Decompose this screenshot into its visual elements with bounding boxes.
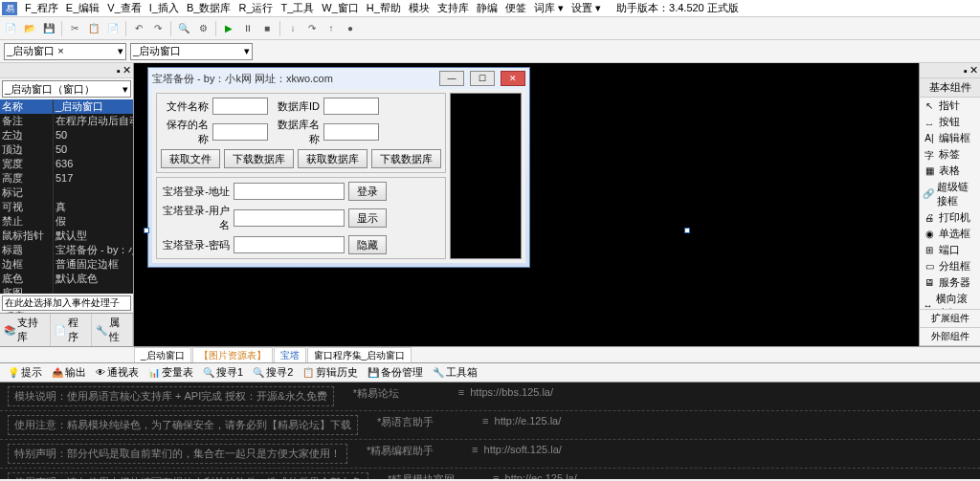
menu-item[interactable]: 模块 xyxy=(405,1,434,15)
component-item[interactable]: 字标签 xyxy=(920,146,980,163)
component-item[interactable]: ↖指针 xyxy=(920,98,980,114)
info-tab[interactable]: 💾备份管理 xyxy=(364,364,427,381)
object-combo-1[interactable]: _启动窗口 ×▾ xyxy=(4,43,126,60)
tab-properties[interactable]: 🔧属性 xyxy=(92,314,133,346)
input-savename[interactable] xyxy=(212,123,268,141)
panel-close-icon[interactable]: ✕ xyxy=(969,64,978,77)
info-tab[interactable]: 📋剪辑历史 xyxy=(299,364,362,381)
menu-item[interactable]: B_数据库 xyxy=(183,1,234,15)
menu-item[interactable]: F_程序 xyxy=(21,1,62,15)
panel-btn[interactable]: ▪ xyxy=(117,65,121,77)
design-window[interactable]: 宝塔备份 - by：小k网 网址：xkwo.com — ☐ ✕ 文件名称 数据库… xyxy=(147,67,530,268)
menu-item[interactable]: H_帮助 xyxy=(363,1,405,15)
event-selector[interactable]: 在此处选择加入事件处理子程序 xyxy=(2,295,131,311)
property-row[interactable]: 左边50 xyxy=(0,128,133,142)
property-row[interactable]: 名称_启动窗口 xyxy=(0,99,133,114)
save-icon[interactable]: 💾 xyxy=(40,20,57,37)
menu-item[interactable]: 支持库 xyxy=(434,1,473,15)
property-row[interactable]: 禁止假 xyxy=(0,214,133,229)
redo-icon[interactable]: ↷ xyxy=(149,20,167,37)
input-user[interactable] xyxy=(234,209,345,227)
maximize-button[interactable]: ☐ xyxy=(470,71,495,86)
input-dbid[interactable] xyxy=(323,98,379,115)
paste-icon[interactable]: 📄 xyxy=(104,20,122,37)
tab-startup-window[interactable]: _启动窗口 xyxy=(134,347,191,362)
stop-icon[interactable]: ■ xyxy=(258,20,276,37)
step-out-icon[interactable]: ↑ xyxy=(323,20,340,37)
component-item[interactable]: A|编辑框 xyxy=(920,130,980,146)
info-tab[interactable]: 🔍搜寻1 xyxy=(199,364,247,381)
pause-icon[interactable]: ⏸ xyxy=(239,20,256,37)
resize-handle[interactable] xyxy=(144,228,149,233)
new-icon[interactable]: 📄 xyxy=(2,20,19,37)
panel-btn[interactable]: ▪ xyxy=(964,65,968,77)
input-filename[interactable] xyxy=(212,98,268,115)
menu-item[interactable]: 设置 ▾ xyxy=(568,1,605,15)
menu-item[interactable]: W_窗口 xyxy=(318,1,363,15)
property-row[interactable]: 标记 xyxy=(0,186,133,200)
minimize-button[interactable]: — xyxy=(439,71,464,86)
open-icon[interactable]: 📂 xyxy=(21,20,38,37)
property-row[interactable]: 标题宝塔备份 - by：小 xyxy=(0,243,133,257)
tab-external[interactable]: 外部组件 xyxy=(920,328,980,346)
property-list[interactable]: 名称_启动窗口备注在程序启动后自动左边50顶边50宽度636高度517标记可视真… xyxy=(0,99,133,294)
property-row[interactable]: 宽度636 xyxy=(0,157,133,171)
component-item[interactable]: ▦表格 xyxy=(920,163,980,179)
tab-baota[interactable]: 宝塔 xyxy=(274,347,306,362)
close-button[interactable]: ✕ xyxy=(501,71,525,86)
tab-support-lib[interactable]: 📚支持库 xyxy=(0,314,51,346)
component-item[interactable]: ▭分组框 xyxy=(920,258,980,274)
btn-getdb[interactable]: 获取数据库 xyxy=(298,149,368,168)
menu-item[interactable]: R_运行 xyxy=(234,1,277,15)
component-item[interactable]: 🖥服务器 xyxy=(920,274,980,291)
info-tab[interactable]: 📤输出 xyxy=(48,364,90,381)
menu-item[interactable]: 静编 xyxy=(473,1,501,15)
menu-item[interactable]: 词库 ▾ xyxy=(530,1,568,15)
design-canvas[interactable]: 宝塔备份 - by：小k网 网址：xkwo.com — ☐ ✕ 文件名称 数据库… xyxy=(134,63,919,346)
menu-item[interactable]: E_编辑 xyxy=(62,1,103,15)
breakpoint-icon[interactable]: ● xyxy=(342,20,359,37)
btn-login[interactable]: 登录 xyxy=(348,182,387,201)
component-item[interactable]: 🔗超级链接框 xyxy=(920,179,980,209)
input-dbname[interactable] xyxy=(323,123,379,141)
tab-extended[interactable]: 扩展组件 xyxy=(920,310,980,328)
btn-getfile[interactable]: 获取文件 xyxy=(161,149,220,168)
run-icon[interactable]: ▶ xyxy=(220,20,237,37)
tab-program[interactable]: 📄程序 xyxy=(51,314,92,346)
property-row[interactable]: 顶边50 xyxy=(0,142,133,157)
property-row[interactable]: 备注在程序启动后自动 xyxy=(0,114,133,128)
menu-item[interactable]: I_插入 xyxy=(145,1,183,15)
property-row[interactable]: 底色默认底色 xyxy=(0,272,133,286)
undo-icon[interactable]: ↶ xyxy=(130,20,147,37)
tab-image-resources[interactable]: 【图片资源表】 xyxy=(192,347,273,362)
component-item[interactable]: ↔横向滚动条 xyxy=(920,291,980,309)
cut-icon[interactable]: ✂ xyxy=(66,20,83,37)
resize-handle[interactable] xyxy=(684,228,690,233)
btn-show[interactable]: 显示 xyxy=(348,208,387,228)
property-row[interactable]: 可视真 xyxy=(0,200,133,214)
property-row[interactable]: 高度517 xyxy=(0,171,133,186)
btn-hide[interactable]: 隐藏 xyxy=(348,235,387,254)
info-tab[interactable]: 📊变量表 xyxy=(145,364,197,381)
find-icon[interactable]: 🔍 xyxy=(175,20,192,37)
component-item[interactable]: 🖨打印机 xyxy=(920,209,980,226)
copy-icon[interactable]: 📋 xyxy=(85,20,102,37)
object-selector[interactable]: _启动窗口（窗口）▾ xyxy=(2,80,131,98)
panel-close-icon[interactable]: ✕ xyxy=(122,64,131,77)
menu-item[interactable]: T_工具 xyxy=(278,1,319,15)
property-row[interactable]: 鼠标指针默认型 xyxy=(0,229,133,243)
info-tab[interactable]: 💡提示 xyxy=(4,364,46,381)
info-tab[interactable]: 🔧工具箱 xyxy=(429,364,481,381)
component-item[interactable]: ⎵按钮 xyxy=(920,114,980,130)
input-pwd[interactable] xyxy=(234,236,345,253)
object-combo-2[interactable]: _启动窗口▾ xyxy=(130,43,253,60)
menu-item[interactable]: 便签 xyxy=(501,1,530,15)
input-addr[interactable] xyxy=(234,183,345,200)
info-tab[interactable]: 👁通视表 xyxy=(92,364,143,381)
info-tab[interactable]: 🔍搜寻2 xyxy=(249,364,297,381)
component-item[interactable]: ◉单选框 xyxy=(920,226,980,242)
tool-icon[interactable]: ⚙ xyxy=(194,20,212,37)
component-item[interactable]: ⊞端口 xyxy=(920,242,980,258)
property-row[interactable]: 底图 xyxy=(0,286,133,294)
tab-window-module[interactable]: 窗口程序集_启动窗口 xyxy=(307,347,412,362)
